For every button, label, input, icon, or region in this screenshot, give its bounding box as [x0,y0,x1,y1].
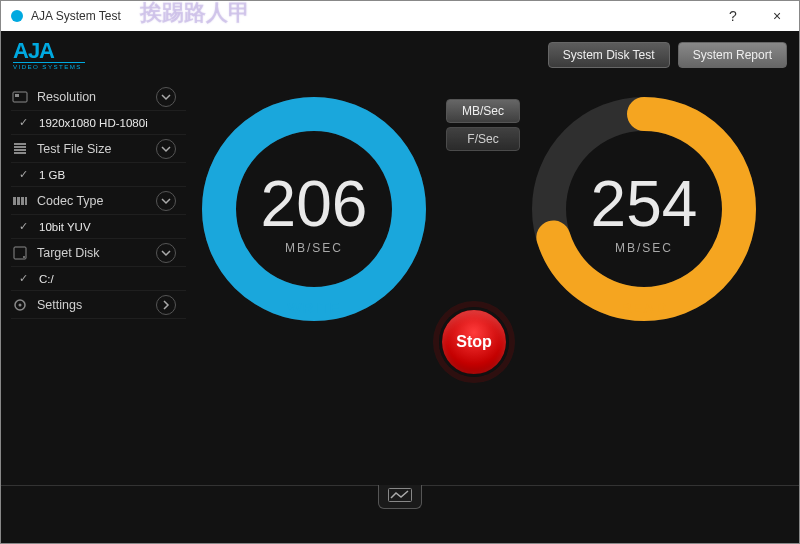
svg-point-0 [11,10,23,22]
chevron-down-icon[interactable] [156,139,176,159]
sidebar-item-resolution[interactable]: Resolution [11,83,186,111]
system-disk-test-button[interactable]: System Disk Test [548,42,670,68]
close-icon: × [773,8,781,24]
app-body: AJA VIDEO SYSTEMS System Disk Test Syste… [1,31,799,543]
sidebar-label: Settings [37,298,156,312]
svg-rect-8 [21,197,24,205]
sidebar-item-target-disk[interactable]: Target Disk [11,239,186,267]
sidebar-label: Resolution [37,90,156,104]
codec-icon [11,192,29,210]
main-area: MB/Sec F/Sec 206 MB/SEC WRITE [186,79,799,485]
fsec-toggle[interactable]: F/Sec [446,127,520,151]
svg-point-13 [19,303,22,306]
watermark: 挨踢路人甲 [140,0,250,28]
gear-icon [11,296,29,314]
file-size-icon [11,140,29,158]
sidebar: Resolution ✓1920x1080 HD-1080i Test File… [1,79,186,485]
stop-button[interactable]: Stop [439,307,509,377]
chevron-down-icon[interactable] [156,243,176,263]
disk-icon [11,244,29,262]
sidebar-label: Target Disk [37,246,156,260]
write-gauge: 206 MB/SEC WRITE [194,89,434,329]
app-icon [9,8,25,24]
footer [1,485,799,543]
window-title: AJA System Test [31,9,121,23]
check-icon: ✓ [19,116,33,129]
write-unit: MB/SEC [194,241,434,255]
app-window: AJA System Test 挨踢路人甲 ? × AJA VIDEO SYST… [0,0,800,544]
write-value: 206 [194,167,434,241]
graph-icon [388,488,412,506]
chevron-right-icon[interactable] [156,295,176,315]
unit-toggle: MB/Sec F/Sec [446,99,520,151]
system-report-button[interactable]: System Report [678,42,787,68]
read-unit: MB/SEC [524,241,764,255]
check-icon: ✓ [19,220,33,233]
svg-point-11 [23,256,25,258]
sidebar-item-codec[interactable]: Codec Type [11,187,186,215]
read-label: READ [524,299,764,316]
check-icon: ✓ [19,272,33,285]
read-gauge: 254 MB/SEC READ [524,89,764,329]
chevron-down-icon[interactable] [156,191,176,211]
svg-text:AJA: AJA [13,38,55,63]
write-label: WRITE [194,299,434,316]
svg-rect-9 [25,197,27,205]
chevron-down-icon[interactable] [156,87,176,107]
svg-rect-7 [17,197,20,205]
sidebar-label: Codec Type [37,194,156,208]
resolution-value: ✓1920x1080 HD-1080i [11,111,186,135]
mbsec-toggle[interactable]: MB/Sec [446,99,520,123]
close-button[interactable]: × [755,1,799,31]
sidebar-label: Test File Size [37,142,156,156]
logo: AJA VIDEO SYSTEMS [13,36,123,74]
help-button[interactable]: ? [711,1,755,31]
header: AJA VIDEO SYSTEMS System Disk Test Syste… [1,31,799,79]
check-icon: ✓ [19,168,33,181]
sidebar-item-file-size[interactable]: Test File Size [11,135,186,163]
svg-rect-6 [13,197,16,205]
graph-tab[interactable] [378,485,422,509]
svg-rect-18 [389,488,412,501]
resolution-icon [11,88,29,106]
read-value: 254 [524,167,764,241]
titlebar: AJA System Test 挨踢路人甲 ? × [1,1,799,31]
target-disk-value: ✓C:/ [11,267,186,291]
svg-text:VIDEO SYSTEMS: VIDEO SYSTEMS [13,63,82,70]
svg-rect-5 [15,94,19,97]
sidebar-item-settings[interactable]: Settings [11,291,186,319]
body: Resolution ✓1920x1080 HD-1080i Test File… [1,79,799,485]
file-size-value: ✓1 GB [11,163,186,187]
codec-value: ✓10bit YUV [11,215,186,239]
